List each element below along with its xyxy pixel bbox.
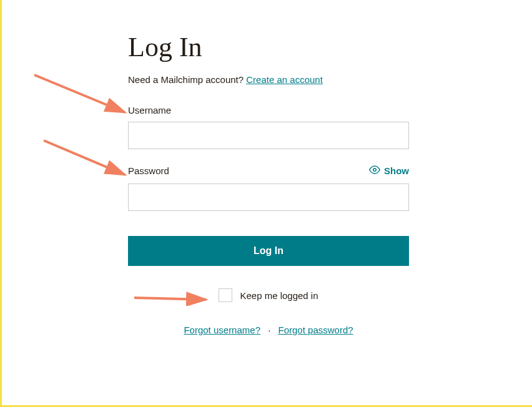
keep-logged-in-label: Keep me logged in [240,290,318,301]
forgot-username-link[interactable]: Forgot username? [184,325,260,335]
svg-line-4 [44,140,125,175]
page-title: Log In [128,31,409,63]
password-field-group: Password Show [128,164,409,211]
signup-prompt-text: Need a Mailchimp account? [128,74,246,85]
forgot-links-row: Forgot username? · Forgot password? [128,325,409,335]
username-input[interactable] [128,122,409,149]
keep-logged-in-row: Keep me logged in [128,288,409,302]
separator-dot: · [268,325,270,335]
keep-logged-in-checkbox[interactable] [219,288,232,302]
login-button[interactable]: Log In [128,236,409,266]
annotation-arrow-username [31,69,131,119]
username-field-group: Username [128,105,409,149]
forgot-password-link[interactable]: Forgot password? [278,325,353,335]
eye-icon [369,164,380,177]
password-input[interactable] [128,184,409,211]
create-account-link[interactable]: Create an account [246,74,323,85]
show-password-toggle[interactable]: Show [369,164,409,177]
password-label: Password [128,165,169,176]
username-label: Username [128,105,409,115]
svg-line-2 [34,75,125,112]
svg-point-0 [373,169,377,172]
show-password-label: Show [384,165,409,176]
login-form-container: Log In Need a Mailchimp account? Create … [128,31,409,335]
annotation-arrow-password [41,134,131,181]
signup-prompt: Need a Mailchimp account? Create an acco… [128,74,409,85]
